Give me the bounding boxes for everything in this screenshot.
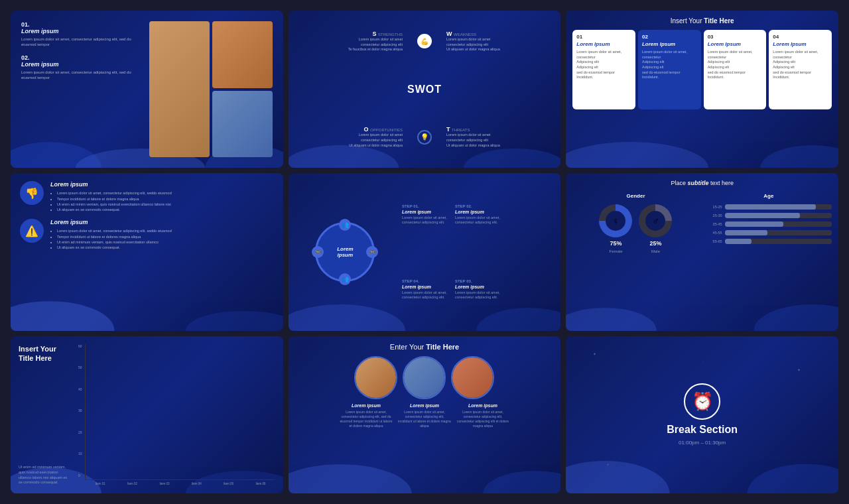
slide-2: S STRENGTHS Lorem ipsum dolor sit ametco… — [289, 11, 561, 168]
slide-4: 👎 Lorem ipsum Lorem ipsum dolor sit amet… — [11, 173, 283, 330]
y-axis: 0 10 20 30 40 50 60 — [78, 344, 82, 485]
bullet-list-2: Lorem ipsum dolor sit amet, consectetur … — [50, 228, 274, 250]
age-bar-3545: 35-45 — [706, 221, 832, 227]
photo-group — [212, 21, 273, 88]
gender-circles: ♀ 75% Female ♂ 25% Male — [572, 204, 698, 253]
icon-text-2: Lorem ipsum Lorem ipsum dolor sit amet, … — [50, 219, 274, 250]
slide-grid: ✦ + 01. Lorem ipsum Lorem ipsum dolor si… — [0, 0, 849, 504]
male-icon: ♂ — [652, 216, 659, 226]
swot-o-text: O OPPORTUNITIES Lorem ipsum dolor sit am… — [294, 126, 405, 148]
cap-heading-3: Lorem ipsum — [456, 403, 509, 408]
stats-layout: Gender ♀ 75% Female ♂ — [572, 193, 832, 253]
bar-labels: Item 01 Item 02 Item 03 Item 04 Item 05 … — [85, 482, 275, 485]
male-percent: 25% — [649, 240, 661, 247]
age-bar-bg-1 — [725, 204, 832, 210]
photo-inner-3 — [452, 357, 493, 398]
bar-label-2: Item 02 — [118, 482, 147, 485]
y-label-10: 10 — [78, 452, 82, 456]
circle-photo-1 — [354, 356, 397, 399]
bullet-2-4: Ut aliquam ex se commodo consequat. — [57, 245, 274, 250]
age-bar-4555: 45-55 — [706, 230, 832, 235]
age-bar-fill-2 — [725, 213, 800, 218]
y-label-40: 40 — [78, 387, 82, 391]
card-4: 04 Lorem Ipsum Lorem ipsum dolor sit ame… — [769, 30, 832, 109]
age-bar-bg-3 — [725, 221, 832, 227]
clock-icon: ⏰ — [684, 383, 720, 420]
cap-heading-1: Lorem ipsum — [340, 403, 393, 408]
y-label-60: 60 — [78, 344, 82, 348]
break-title: Break Section — [667, 424, 738, 436]
item-1-heading: Lorem ipsum — [21, 28, 144, 34]
break-time: 01:00pm – 01:30pm — [679, 440, 726, 446]
step-01-heading: Lorem ipsum — [402, 210, 447, 214]
icon-row-1: 👎 Lorem ipsum Lorem ipsum dolor sit amet… — [20, 181, 274, 212]
bar-label-3: Item 03 — [150, 482, 178, 485]
card-4-heading: Lorem Ipsum — [773, 41, 828, 47]
slide-7-title: Insert YourTitle Here — [19, 344, 72, 363]
bullet-2-2: Tempor incididunt ut labore et dolores m… — [57, 234, 274, 239]
card-1-text: Lorem ipsum dolor sit amet, consecteturA… — [576, 50, 631, 80]
item-2-num: 02. — [21, 54, 144, 61]
slide-6: Place subtitle text here Gender ♀ 75% Fe… — [566, 173, 838, 330]
card-4-num: 04 — [773, 34, 828, 40]
slide-9: ✦ ✦ + · ⏰ Break Section 01:00pm – 01:30p… — [566, 336, 838, 493]
opportunities-icon: 💡 — [417, 130, 432, 145]
photo-captions: Lorem ipsum Lorem ipsum dolor sit amet, … — [295, 403, 555, 428]
card-1: 01 Lorem Ipsum Lorem ipsum dolor sit ame… — [572, 30, 635, 109]
bar-label-4: Item 04 — [182, 482, 211, 485]
circle-bottom-icon: 👥 — [339, 273, 351, 285]
age-bar-fill-1 — [725, 204, 816, 210]
swot-s-text: S STRENGTHS Lorem ipsum dolor sit ametco… — [294, 31, 405, 52]
big-circle: 👥 👥 🎮 🎮 Loremipsum — [315, 222, 375, 282]
icon-bullets-content: 👎 Lorem ipsum Lorem ipsum dolor sit amet… — [11, 173, 283, 330]
slide-5: STEP 01. Lorem ipsum Lorem ipsum dolor s… — [289, 173, 561, 330]
step-02-text: Lorem ipsum dolor sit amet,consectetur a… — [455, 216, 553, 225]
photo-inner-2 — [404, 357, 444, 398]
icon-text-1: Lorem ipsum Lorem ipsum dolor sit amet, … — [50, 181, 274, 212]
age-bar-fill-5 — [725, 239, 751, 244]
photo-large — [149, 21, 210, 157]
step-01-text: Lorem ipsum dolor sit amet,consectetur a… — [402, 216, 447, 225]
card-2: 02 Lorem Ipsum Lorem ipsum dolor sit ame… — [638, 30, 701, 109]
photo-top-right — [212, 21, 273, 88]
step-03: STEP 03. Lorem ipsum Lorem ipsum dolor s… — [452, 277, 555, 302]
break-section-content: ⏰ Break Section 01:00pm – 01:30pm — [566, 336, 838, 493]
caption-col-2: Lorem ipsum Lorem ipsum dolor sit amet, … — [398, 403, 451, 428]
age-range-2535: 25-35 — [706, 214, 722, 218]
y-label-0: 0 — [78, 473, 82, 477]
step-04-label: STEP 04. — [402, 279, 447, 283]
icon-warning: ⚠️ — [20, 219, 44, 243]
gender-title: Gender — [572, 193, 698, 199]
icon-heading-2: Lorem ipsum — [50, 219, 274, 225]
slide-7: Insert YourTitle Here Ut enim ad minimum… — [11, 336, 283, 493]
slide-7-text: Insert YourTitle Here Ut enim ad minimum… — [19, 344, 72, 485]
slide-3-title: Insert Your Title Here — [572, 17, 832, 25]
icon-thumbsdown: 👎 — [20, 181, 44, 205]
cards-row: 01 Lorem Ipsum Lorem ipsum dolor sit ame… — [572, 30, 832, 109]
male-label: Male — [651, 249, 660, 253]
numbered-cards-content: Insert Your Title Here 01 Lorem Ipsum Lo… — [566, 11, 838, 168]
bullet-list-1: Lorem ipsum dolor sit amet, consectetur … — [50, 190, 274, 212]
age-bar-bg-2 — [725, 213, 832, 218]
steps-layout: STEP 01. Lorem ipsum Lorem ipsum dolor s… — [294, 178, 556, 325]
step-03-label: STEP 03. — [455, 279, 553, 283]
male-donut: ♂ — [639, 204, 672, 237]
bullet-1-3: Ut enim ad minim veniam, quis nostrud ex… — [57, 202, 274, 207]
card-3-heading: Lorem Ipsum — [708, 41, 763, 47]
photo-warm — [149, 21, 210, 157]
age-range-1525: 15-25 — [706, 205, 722, 209]
icon-row-2: ⚠️ Lorem ipsum Lorem ipsum dolor sit ame… — [20, 219, 274, 250]
caption-col-1: Lorem ipsum Lorem ipsum dolor sit amet, … — [340, 403, 393, 428]
break-inner: ⏰ Break Section 01:00pm – 01:30pm — [667, 344, 738, 485]
step-01-label: STEP 01. — [402, 204, 447, 208]
card-2-text: Lorem ipsum dolor sit amet, consecteturA… — [642, 50, 697, 80]
cap-heading-2: Lorem ipsum — [398, 403, 451, 408]
step-01: STEP 01. Lorem ipsum Lorem ipsum dolor s… — [399, 202, 450, 227]
caption-col-3: Lorem ipsum Lorem ipsum dolor sit amet, … — [456, 403, 509, 428]
card-2-num: 02 — [642, 34, 697, 40]
slide-7-body: Ut enim ad minimum veniam, quis nostrud … — [19, 465, 72, 485]
y-label-20: 20 — [78, 430, 82, 434]
cap-text-3: Lorem ipsum dolor sit amet, consectetur … — [456, 410, 509, 428]
gender-male: ♂ 25% Male — [639, 204, 672, 253]
bullet-1-4: Ut aliquam ex se commodo consequat. — [57, 207, 274, 212]
